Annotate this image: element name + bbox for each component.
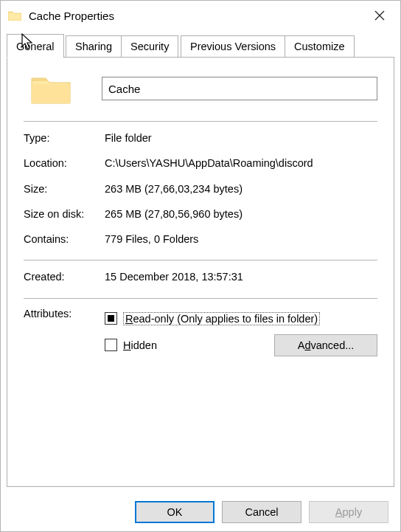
created-label: Created: [24,269,105,284]
titlebar: Cache Properties [1,1,400,30]
size-on-disk-label: Size on disk: [24,207,105,221]
hidden-checkbox[interactable] [105,339,117,351]
folder-large-icon [29,71,72,106]
attributes-label: Attributes: [24,308,105,361]
type-value: File folder [105,131,377,145]
general-panel: Type: File folder Location: C:\Users\YAS… [7,58,394,487]
contains-value: 779 Files, 0 Folders [105,232,377,246]
dialog-button-row: OK Cancel Apply [1,493,400,531]
window-title: Cache Properties [29,10,114,22]
cancel-button[interactable]: Cancel [222,501,301,523]
properties-dialog: Cache Properties General Sharing Securit… [0,0,401,532]
created-value: 15 December 2018, 13:57:31 [105,269,377,284]
type-label: Type: [24,131,105,145]
size-on-disk-value: 265 MB (27,80,56,960 bytes) [105,207,377,221]
hidden-label[interactable]: Hidden [123,339,157,351]
size-value: 263 MB (27,66,03,234 bytes) [105,182,377,196]
tab-sharing[interactable]: Sharing [66,35,122,58]
advanced-button[interactable]: Advanced... [274,334,377,356]
folder-icon [8,10,21,21]
apply-button[interactable]: Apply [309,501,388,523]
size-label: Size: [24,182,105,196]
tab-customize[interactable]: Customize [285,35,355,58]
location-value: C:\Users\YASHU\AppData\Roaming\discord [105,156,377,170]
ok-button[interactable]: OK [135,501,215,523]
readonly-checkbox[interactable] [105,312,117,325]
tab-security[interactable]: Security [121,35,178,58]
tab-general[interactable]: General [7,34,64,58]
folder-name-input[interactable] [102,77,377,100]
close-button[interactable] [359,1,400,30]
tabstrip: General Sharing Security Previous Versio… [1,30,400,58]
contains-label: Contains: [24,232,105,246]
tab-previous-versions[interactable]: Previous Versions [181,35,285,58]
close-icon [374,10,385,21]
location-label: Location: [24,156,105,170]
readonly-label[interactable]: Read-only (Only applies to files in fold… [123,312,320,325]
